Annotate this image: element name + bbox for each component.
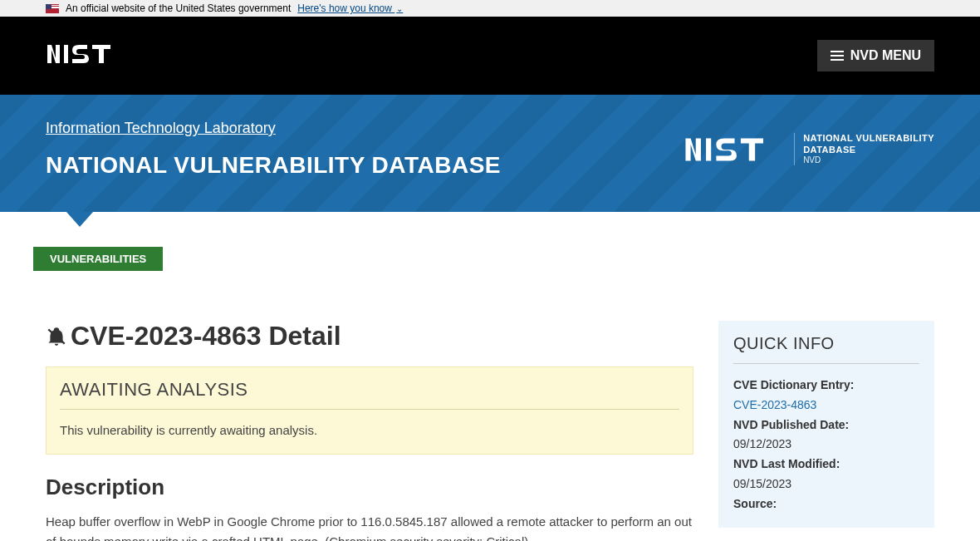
- section-tag: VULNERABILITIES: [33, 247, 163, 271]
- bell-icon: [46, 326, 67, 347]
- nvd-banner: Information Technology Laboratory NATION…: [0, 95, 980, 212]
- source-label: Source:: [733, 497, 777, 510]
- svg-rect-0: [64, 45, 68, 63]
- hamburger-icon: [831, 48, 844, 63]
- description-body: Heap buffer overflow in WebP in Google C…: [46, 512, 693, 541]
- quick-info-box: QUICK INFO CVE Dictionary Entry: CVE-202…: [718, 321, 934, 528]
- quick-info-heading: QUICK INFO: [733, 334, 919, 364]
- modified-label: NVD Last Modified:: [733, 457, 840, 470]
- cve-entry-link[interactable]: CVE-2023-4863: [733, 398, 816, 411]
- banner-notch-icon: [66, 212, 93, 227]
- description-heading: Description: [46, 475, 693, 500]
- gov-banner-text: An official website of the United States…: [66, 2, 291, 14]
- itl-link[interactable]: Information Technology Laboratory: [46, 120, 276, 137]
- nvd-brand: NATIONAL VULNERABILITY DATABASE NVD: [684, 133, 934, 165]
- chevron-down-icon: ⌄: [396, 4, 403, 13]
- svg-rect-1: [706, 138, 711, 160]
- page-title: CVE-2023-4863 Detail: [46, 321, 693, 352]
- status-body: This vulnerability is currently awaiting…: [60, 423, 679, 437]
- nvd-menu-button[interactable]: NVD MENU: [817, 40, 934, 71]
- nvd-title: NATIONAL VULNERABILITY DATABASE: [46, 152, 501, 179]
- nist-logo[interactable]: [46, 41, 129, 71]
- gov-how-you-know-link[interactable]: Here's how you know ⌄: [297, 2, 403, 14]
- us-flag-icon: [46, 4, 59, 13]
- status-title: AWAITING ANALYSIS: [60, 379, 679, 410]
- published-label: NVD Published Date:: [733, 418, 849, 431]
- published-value: 09/12/2023: [733, 435, 919, 455]
- entry-label: CVE Dictionary Entry:: [733, 378, 854, 391]
- gov-banner: An official website of the United States…: [0, 0, 980, 17]
- nist-header: NVD MENU: [0, 17, 980, 95]
- status-box: AWAITING ANALYSIS This vulnerability is …: [46, 366, 693, 455]
- modified-value: 09/15/2023: [733, 475, 919, 494]
